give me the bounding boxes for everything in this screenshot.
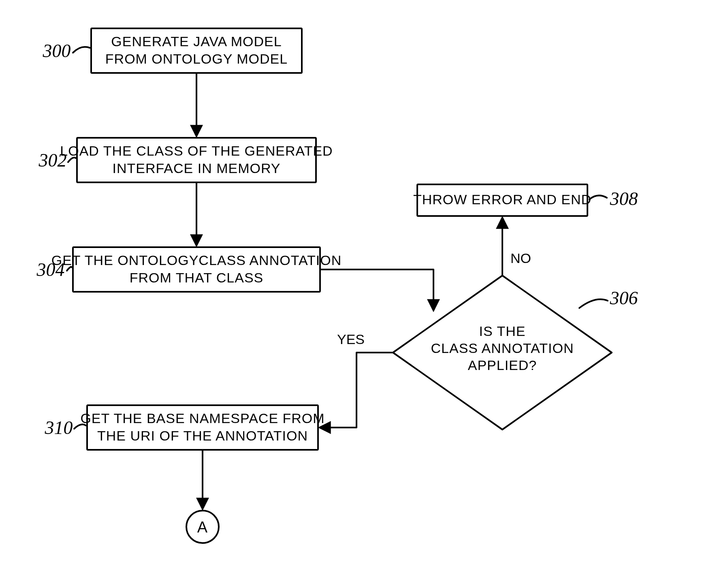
n304-line2: FROM THAT CLASS	[130, 270, 264, 285]
n310-line1: GET THE BASE NAMESPACE FROM	[80, 411, 325, 426]
n306-line2: CLASS ANNOTATION	[431, 340, 574, 356]
ref-308: 308	[610, 188, 638, 209]
n302-line1: LOAD THE CLASS OF THE GENERATED	[60, 143, 333, 158]
n304-line1: GET THE ONTOLOGYCLASS ANNOTATION	[51, 252, 342, 268]
ref-304: 304	[36, 259, 65, 280]
ref-300: 300	[43, 41, 71, 61]
ref-308-leader	[589, 195, 607, 199]
n306-line1: IS THE	[479, 323, 526, 339]
ref-310-leader	[74, 424, 86, 429]
offpage-connector-a: A	[186, 511, 219, 543]
n300-line2: FROM ONTOLOGY MODEL	[105, 51, 288, 66]
edge-306-310-yes	[320, 353, 393, 428]
ref-300-leader	[73, 47, 90, 53]
n300-line1: GENERATE JAVA MODEL	[111, 34, 282, 49]
flow-node-304: GET THE ONTOLOGYCLASS ANNOTATION FROM TH…	[51, 247, 342, 292]
branch-no-label: NO	[510, 250, 531, 266]
ref-310: 310	[45, 417, 73, 438]
branch-yes-label: YES	[337, 331, 365, 347]
ref-306: 306	[610, 288, 638, 308]
flow-node-308: THROW ERROR AND END	[413, 184, 591, 216]
flow-node-310: GET THE BASE NAMESPACE FROM THE URI OF T…	[80, 405, 325, 450]
ref-306-leader	[579, 299, 608, 308]
flow-node-302: LOAD THE CLASS OF THE GENERATED INTERFAC…	[60, 138, 333, 182]
n306-line3: APPLIED?	[468, 357, 537, 373]
connector-label: A	[197, 519, 208, 536]
ref-302: 302	[38, 150, 67, 171]
flow-decision-306: IS THE CLASS ANNOTATION APPLIED?	[393, 276, 612, 430]
flow-node-300: GENERATE JAVA MODEL FROM ONTOLOGY MODEL	[91, 28, 302, 73]
n308-line1: THROW ERROR AND END	[413, 192, 591, 207]
n310-line2: THE URI OF THE ANNOTATION	[97, 428, 308, 443]
n302-line2: INTERFACE IN MEMORY	[112, 160, 280, 176]
edge-304-306	[320, 269, 433, 310]
